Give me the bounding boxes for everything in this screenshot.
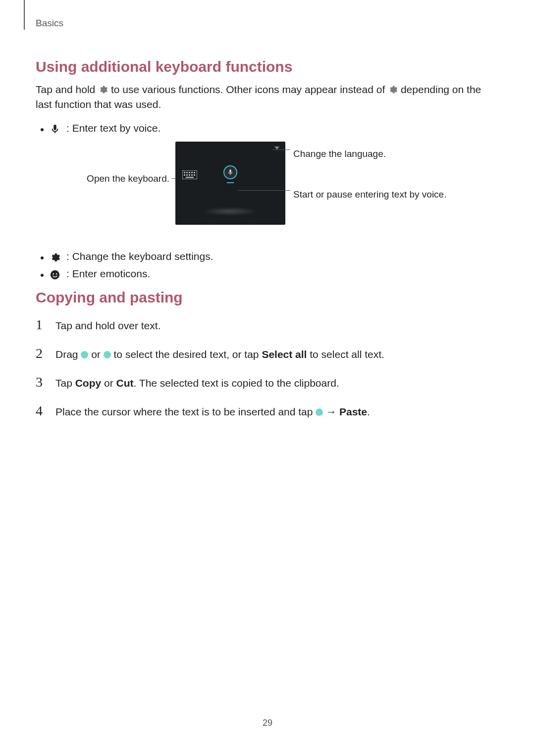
bullet-settings-text: : Change the keyboard settings. bbox=[66, 251, 214, 262]
svg-rect-8 bbox=[189, 174, 190, 176]
text: or bbox=[88, 349, 103, 360]
step-2: 2 Drag or to select the desired text, or… bbox=[36, 346, 499, 361]
gear-icon bbox=[388, 85, 398, 95]
breadcrumb: Basics bbox=[36, 18, 63, 29]
svg-point-13 bbox=[53, 273, 54, 275]
gear-icon bbox=[98, 85, 108, 95]
header-rule bbox=[24, 0, 25, 30]
gear-icon bbox=[50, 252, 60, 263]
cut-label: Cut bbox=[116, 377, 134, 389]
paste-label: Paste bbox=[339, 406, 367, 417]
text: . The selected text is copied to the cli… bbox=[134, 377, 339, 389]
callout-change-language: Change the language. bbox=[293, 149, 452, 159]
svg-rect-10 bbox=[194, 174, 195, 176]
text: to select the desired text, or tap bbox=[111, 349, 262, 360]
bullet-voice: : Enter text by voice. bbox=[36, 122, 499, 135]
voice-input-screenshot bbox=[175, 142, 285, 225]
svg-rect-4 bbox=[191, 172, 193, 173]
mic-button-icon bbox=[223, 165, 237, 179]
selection-handle-right-icon bbox=[104, 351, 111, 358]
text: or bbox=[101, 377, 116, 389]
bullet-settings: : Change the keyboard settings. bbox=[36, 251, 499, 263]
text: . bbox=[367, 406, 370, 417]
text: Drag bbox=[55, 349, 81, 360]
keyboard-icon bbox=[182, 170, 197, 179]
smiley-icon bbox=[50, 269, 60, 280]
page-content: Using additional keyboard functions Tap … bbox=[36, 50, 499, 432]
step-2-text: Drag or to select the desired text, or t… bbox=[55, 349, 384, 360]
svg-rect-9 bbox=[191, 174, 193, 176]
connector-line bbox=[272, 150, 290, 151]
text: Tap bbox=[55, 377, 75, 389]
selection-handle-left-icon bbox=[81, 351, 88, 358]
svg-rect-7 bbox=[186, 174, 188, 176]
microphone-icon bbox=[50, 124, 60, 135]
arrow-text: → bbox=[323, 406, 339, 417]
step-number: 2 bbox=[36, 346, 47, 361]
step-3: 3 Tap Copy or Cut. The selected text is … bbox=[36, 374, 499, 390]
steps-list: 1 Tap and hold over text. 2 Drag or to s… bbox=[36, 317, 499, 419]
cursor-handle-icon bbox=[316, 408, 323, 416]
bullet-emoticons-text: : Enter emoticons. bbox=[66, 268, 150, 280]
svg-rect-2 bbox=[186, 172, 188, 173]
bullet-dot-icon bbox=[41, 128, 44, 131]
intro-text-b: to use various functions. Other icons ma… bbox=[108, 84, 388, 95]
step-number: 4 bbox=[36, 403, 47, 419]
step-1: 1 Tap and hold over text. bbox=[36, 317, 499, 333]
section-heading-copy-paste: Copying and pasting bbox=[36, 289, 499, 306]
step-3-text: Tap Copy or Cut. The selected text is co… bbox=[55, 377, 339, 389]
copy-label: Copy bbox=[75, 377, 102, 389]
svg-rect-6 bbox=[184, 174, 185, 176]
intro-paragraph: Tap and hold to use various functions. O… bbox=[36, 82, 499, 112]
tap-to-speak-blur bbox=[205, 208, 255, 215]
connector-line bbox=[238, 190, 290, 191]
svg-rect-3 bbox=[189, 172, 190, 173]
svg-point-14 bbox=[56, 273, 57, 275]
text: to select all text. bbox=[307, 349, 384, 360]
bullet-list: : Change the keyboard settings. : Enter … bbox=[36, 251, 499, 280]
step-number: 3 bbox=[36, 374, 47, 390]
bullet-dot-icon bbox=[41, 256, 44, 259]
step-number: 1 bbox=[36, 317, 47, 333]
intro-text-a: Tap and hold bbox=[36, 84, 98, 95]
svg-point-12 bbox=[51, 270, 59, 279]
svg-rect-1 bbox=[184, 172, 185, 173]
voice-input-diagram: Open the keyboard. Change the language. … bbox=[36, 142, 499, 241]
step-1-text: Tap and hold over text. bbox=[55, 320, 160, 332]
mic-underline bbox=[227, 182, 234, 183]
select-all-label: Select all bbox=[262, 349, 307, 360]
section-heading-keyboard-functions: Using additional keyboard functions bbox=[36, 58, 499, 75]
step-4: 4 Place the cursor where the text is to … bbox=[36, 403, 499, 419]
svg-rect-11 bbox=[186, 177, 194, 178]
page-number: 29 bbox=[0, 718, 535, 728]
bullet-emoticons: : Enter emoticons. bbox=[36, 268, 499, 280]
text: Place the cursor where the text is to be… bbox=[55, 406, 316, 417]
step-4-text: Place the cursor where the text is to be… bbox=[55, 406, 370, 418]
svg-rect-5 bbox=[194, 172, 195, 173]
callout-open-keyboard: Open the keyboard. bbox=[55, 173, 169, 184]
bullet-list: : Enter text by voice. bbox=[36, 122, 499, 135]
callout-start-pause: Start or pause entering text by voice. bbox=[293, 188, 452, 201]
bullet-voice-text: : Enter text by voice. bbox=[66, 122, 160, 134]
bullet-dot-icon bbox=[41, 274, 44, 277]
